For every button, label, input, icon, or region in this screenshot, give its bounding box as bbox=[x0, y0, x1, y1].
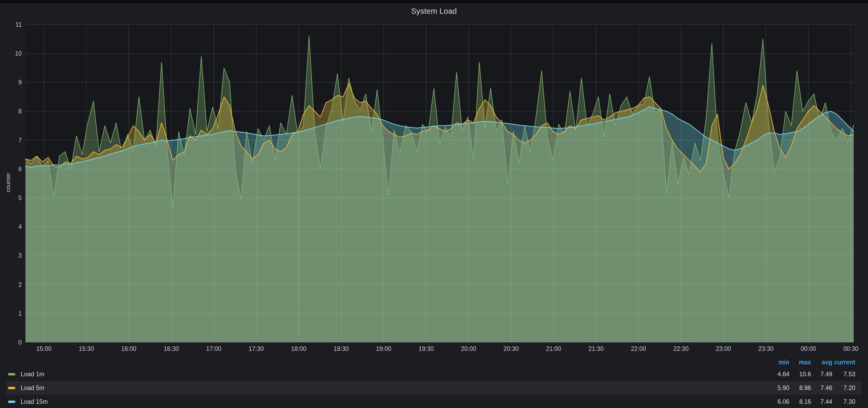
y-axis-title: counter bbox=[5, 173, 12, 192]
legend-series-label[interactable]: Load 1m bbox=[21, 371, 44, 378]
y-tick-label: 8 bbox=[5, 108, 22, 115]
legend-series-toggle-load-1m[interactable]: Load 1m bbox=[0, 371, 768, 378]
x-tick-label: 00:30 bbox=[843, 345, 859, 352]
legend-swatch-load-5m-icon[interactable] bbox=[8, 387, 16, 389]
x-tick-label: 18:30 bbox=[334, 345, 349, 352]
x-tick-label: 23:30 bbox=[758, 345, 774, 352]
y-tick-label: 7 bbox=[5, 137, 22, 144]
legend-column-min[interactable]: min bbox=[768, 359, 789, 366]
x-tick-label: 15:00 bbox=[36, 345, 52, 352]
x-tick-label: 15:30 bbox=[79, 345, 94, 352]
x-tick-label: 17:00 bbox=[206, 345, 221, 352]
legend-column-avg[interactable]: avg bbox=[811, 359, 832, 366]
legend-value-avg: 7.49 bbox=[811, 371, 832, 378]
panel-title[interactable]: System Load bbox=[0, 7, 868, 15]
legend-header-row: min max avg current bbox=[0, 357, 868, 367]
x-tick-label: 00:00 bbox=[801, 345, 816, 352]
legend-series-label[interactable]: Load 15m bbox=[21, 398, 48, 405]
x-tick-label: 22:30 bbox=[673, 345, 689, 352]
y-tick-label: 6 bbox=[5, 165, 22, 172]
legend-column-max[interactable]: max bbox=[789, 359, 811, 366]
legend-value-min: 4.64 bbox=[768, 371, 789, 378]
legend-value-current: 7.53 bbox=[832, 371, 855, 378]
y-tick-label: 2 bbox=[5, 281, 22, 288]
y-tick-label: 5 bbox=[5, 195, 22, 202]
y-tick-label: 1 bbox=[5, 310, 22, 317]
x-tick-label: 19:00 bbox=[376, 345, 391, 352]
x-tick-label: 20:00 bbox=[461, 345, 476, 352]
legend-swatch-load-1m-icon[interactable] bbox=[8, 373, 16, 375]
legend: min max avg current Load 1m 4.64 10.6 7.… bbox=[0, 357, 868, 408]
grafana-panel-view: System Load counter 15:0015:3016:0016:30… bbox=[0, 0, 868, 408]
x-tick-label: 21:00 bbox=[546, 345, 561, 352]
legend-row-load-1m: Load 1m 4.64 10.6 7.49 7.53 bbox=[0, 367, 868, 381]
legend-value-max: 8.96 bbox=[789, 384, 811, 392]
legend-swatch-load-15m-icon[interactable] bbox=[8, 401, 16, 403]
legend-value-min: 6.06 bbox=[768, 398, 789, 405]
x-tick-label: 23:00 bbox=[716, 345, 731, 352]
legend-series-toggle-load-5m[interactable]: Load 5m bbox=[0, 384, 768, 392]
x-tick-label: 17:30 bbox=[249, 345, 264, 352]
legend-series-toggle-load-15m[interactable]: Load 15m bbox=[0, 398, 768, 405]
legend-row-load-5m: Load 5m 5.90 8.96 7.46 7.20 bbox=[0, 381, 868, 395]
x-tick-label: 19:30 bbox=[418, 345, 434, 352]
x-tick-label: 18:00 bbox=[291, 345, 306, 352]
legend-row-load-15m: Load 15m 6.06 8.16 7.44 7.30 bbox=[0, 395, 868, 408]
x-tick-label: 20:30 bbox=[503, 345, 519, 352]
legend-value-max: 8.16 bbox=[789, 398, 811, 405]
y-tick-label: 10 bbox=[5, 50, 22, 57]
legend-value-min: 5.90 bbox=[768, 384, 789, 392]
x-tick-label: 16:00 bbox=[121, 345, 136, 352]
y-tick-label: 0 bbox=[5, 339, 22, 346]
x-tick-label: 21:30 bbox=[588, 345, 604, 352]
x-tick-label: 16:30 bbox=[164, 345, 179, 352]
y-tick-label: 11 bbox=[5, 21, 22, 28]
y-tick-label: 4 bbox=[5, 223, 22, 231]
y-tick-label: 9 bbox=[5, 79, 22, 86]
x-tick-label: 22:00 bbox=[631, 345, 646, 352]
legend-value-avg: 7.46 bbox=[811, 384, 832, 392]
legend-value-current: 7.30 bbox=[832, 398, 855, 405]
legend-value-max: 10.6 bbox=[789, 371, 811, 378]
legend-value-current: 7.20 bbox=[832, 384, 855, 392]
legend-value-avg: 7.44 bbox=[811, 398, 832, 405]
legend-series-label[interactable]: Load 5m bbox=[21, 384, 44, 392]
y-tick-label: 3 bbox=[5, 252, 22, 259]
legend-column-current[interactable]: current bbox=[832, 359, 855, 366]
